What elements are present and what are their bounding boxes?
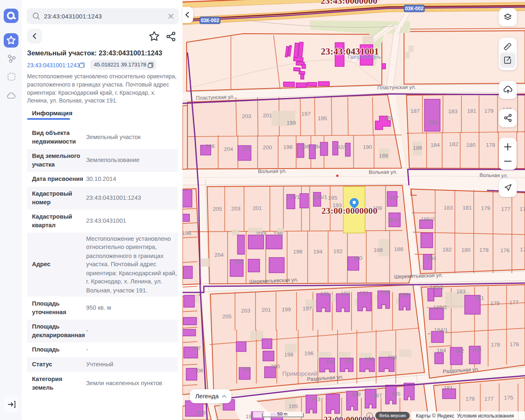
svg-text:195/1: 195/1	[313, 194, 327, 200]
svg-text:198: 198	[283, 144, 293, 150]
svg-text:195: 195	[320, 291, 330, 297]
svg-text:192/2: 192/2	[334, 144, 348, 150]
svg-text:181: 181	[444, 385, 453, 391]
svg-text:184: 184	[437, 347, 446, 354]
svg-text:192: 192	[345, 358, 354, 364]
svg-text:Пластунская ул.: Пластунская ул.	[196, 94, 235, 101]
svg-text:190: 190	[363, 144, 372, 150]
svg-text:187/1: 187/1	[387, 217, 401, 223]
svg-text:185: 185	[429, 119, 438, 126]
svg-text:206: 206	[205, 143, 215, 149]
svg-text:202: 202	[235, 259, 244, 265]
svg-text:192: 192	[333, 248, 343, 254]
svg-text:177: 177	[484, 396, 494, 402]
svg-text:186: 186	[399, 292, 409, 298]
svg-text:181: 181	[467, 108, 477, 114]
svg-text:206: 206	[194, 368, 203, 374]
svg-text:196: 196	[300, 144, 310, 150]
svg-text:194: 194	[313, 249, 323, 255]
svg-text:188: 188	[374, 247, 383, 253]
svg-text:03К-002: 03К-002	[405, 6, 424, 11]
svg-text:201: 201	[262, 307, 271, 313]
svg-text:203: 203	[242, 113, 251, 119]
svg-text:204: 204	[215, 252, 224, 258]
svg-text:Приморский: Приморский	[282, 370, 317, 377]
svg-text:200: 200	[271, 363, 280, 370]
svg-text:23:43:0000000: 23:43:0000000	[321, 0, 377, 6]
svg-text:176: 176	[510, 341, 519, 347]
svg-text:179: 179	[484, 108, 494, 114]
svg-text:184/1: 184/1	[434, 327, 448, 333]
svg-text:197/1: 197/1	[286, 194, 300, 200]
svg-text:182: 182	[443, 247, 452, 253]
svg-text:190: 190	[353, 255, 363, 261]
svg-text:195: 195	[318, 115, 327, 121]
svg-text:201: 201	[263, 112, 272, 119]
svg-text:184: 184	[431, 142, 440, 148]
svg-text:196: 196	[304, 350, 314, 356]
svg-text:Вольная ул.: Вольная ул.	[479, 172, 508, 178]
svg-text:179: 179	[466, 396, 475, 402]
svg-text:187: 187	[390, 195, 399, 201]
svg-text:179: 179	[491, 300, 500, 306]
svg-text:195: 195	[328, 195, 338, 201]
svg-text:197: 197	[303, 306, 312, 312]
svg-text:189: 189	[352, 391, 361, 397]
svg-text:190: 190	[365, 356, 374, 362]
svg-text:182: 182	[455, 348, 464, 354]
svg-text:194: 194	[326, 359, 336, 365]
svg-text:180: 180	[461, 247, 471, 253]
svg-text:178: 178	[486, 142, 495, 148]
svg-text:207: 207	[192, 345, 201, 352]
svg-text:175: 175	[504, 395, 514, 401]
svg-text:176: 176	[500, 247, 510, 253]
svg-text:185/2: 185/2	[433, 304, 447, 310]
svg-text:194: 194	[313, 144, 322, 150]
svg-text:196: 196	[183, 230, 191, 236]
svg-text:196: 196	[293, 249, 303, 255]
svg-text:191: 191	[360, 290, 369, 296]
svg-text:23:00:0000000: 23:00:0000000	[322, 206, 377, 216]
svg-text:189: 189	[383, 115, 393, 121]
svg-text:199: 199	[282, 306, 291, 313]
svg-text:174: 174	[520, 206, 525, 212]
svg-text:183: 183	[444, 205, 453, 211]
svg-text:189: 189	[380, 289, 389, 295]
svg-text:177: 177	[501, 206, 511, 212]
svg-text:203: 203	[196, 410, 206, 416]
svg-text:177: 177	[509, 299, 519, 306]
svg-text:187: 187	[373, 393, 382, 399]
svg-text:205: 205	[222, 313, 232, 320]
svg-text:Вольная ул.: Вольная ул.	[369, 169, 397, 175]
svg-text:185/1: 185/1	[430, 284, 444, 290]
svg-text:181: 181	[475, 295, 484, 301]
svg-text:180: 180	[466, 142, 476, 148]
svg-text:201: 201	[253, 205, 262, 211]
svg-text:180: 180	[472, 347, 482, 353]
svg-text:178: 178	[479, 247, 489, 253]
svg-text:179: 179	[481, 205, 491, 211]
svg-text:183: 183	[457, 288, 466, 294]
svg-text:193: 193	[311, 396, 321, 402]
svg-text:182: 182	[449, 141, 459, 147]
svg-text:188: 188	[379, 153, 388, 159]
svg-text:185/2: 185/2	[421, 216, 435, 222]
svg-text:03К-002: 03К-002	[201, 18, 219, 23]
svg-text:202: 202	[241, 366, 251, 372]
svg-text:204: 204	[224, 146, 233, 152]
svg-text:193: 193	[341, 290, 350, 297]
svg-text:203: 203	[241, 308, 251, 314]
svg-text:200: 200	[256, 231, 265, 237]
svg-text:205: 205	[213, 206, 222, 212]
svg-text:183: 183	[448, 108, 458, 114]
svg-text:187: 187	[411, 108, 420, 114]
svg-text:188: 188	[388, 354, 397, 361]
svg-text:181: 181	[463, 205, 472, 211]
svg-text:200: 200	[263, 144, 272, 151]
svg-text:Вольная ул.: Вольная ул.	[258, 168, 287, 174]
svg-text:197: 197	[301, 111, 311, 117]
svg-text:198: 198	[274, 231, 283, 237]
svg-text:186: 186	[394, 246, 404, 252]
svg-text:199: 199	[287, 120, 296, 126]
svg-text:202: 202	[242, 146, 252, 152]
